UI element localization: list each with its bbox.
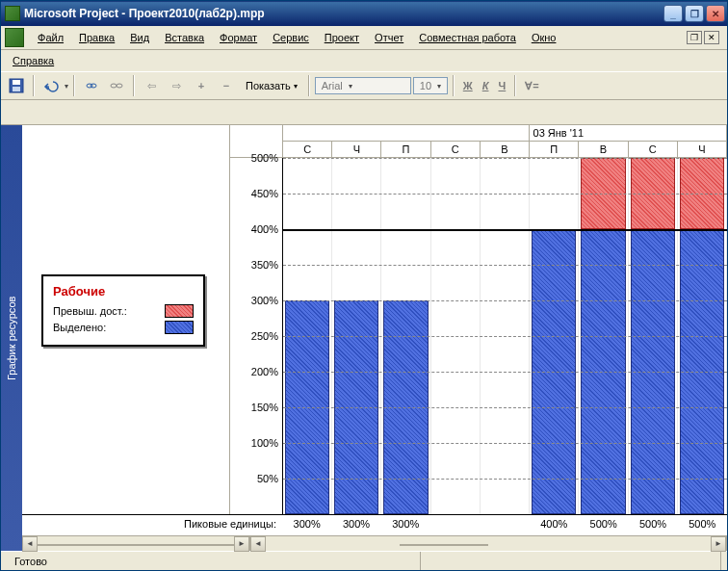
y-axis: 500%450%400%350%300%250%200%150%100%50%	[230, 158, 283, 514]
scroll-right-button-2[interactable]: ►	[711, 536, 726, 552]
menubar: Файл Правка Вид Вставка Формат Сервис Пр…	[1, 26, 727, 50]
y-tick: 450%	[251, 188, 278, 199]
menu-window[interactable]: Окно	[524, 29, 564, 46]
toolbar: ▾ ⇦ ⇨ + − Показать▾ Arial▾ 10▾ Ж К Ч ∀=	[1, 71, 727, 100]
statusbar: Готово	[1, 551, 727, 570]
y-tick: 250%	[251, 330, 278, 342]
y-tick: 100%	[251, 437, 278, 449]
y-tick: 400%	[251, 223, 278, 235]
day-header: С	[283, 142, 332, 157]
y-tick: 50%	[257, 473, 278, 484]
peak-units-row: Пиковые единицы: 300%300%300%400%500%500…	[22, 514, 727, 535]
nav-back-button[interactable]: ⇦	[140, 74, 163, 97]
svg-point-4	[91, 84, 96, 88]
legend-panel: Рабочие Превыш. дост.: Выделено:	[22, 125, 229, 514]
legend-title: Рабочие	[53, 284, 194, 298]
scroll-right-button[interactable]: ►	[234, 536, 249, 552]
day-header: П	[530, 142, 579, 157]
menu-project[interactable]: Проект	[317, 29, 367, 46]
svg-point-5	[111, 84, 117, 88]
y-tick: 350%	[251, 259, 278, 271]
day-header: Ч	[332, 142, 381, 157]
legend-allocated: Выделено:	[53, 321, 194, 334]
y-tick: 200%	[251, 366, 278, 377]
day-header: С	[431, 142, 481, 157]
svg-rect-1	[13, 80, 20, 85]
menu-format[interactable]: Формат	[212, 29, 265, 46]
peak-cell: 300%	[282, 515, 331, 535]
filter-button[interactable]: ∀=	[521, 78, 542, 94]
app-icon	[5, 6, 20, 21]
horizontal-scrollbars: ◄ ► ◄ ►	[22, 535, 727, 551]
legend-overalloc: Превыш. дост.:	[53, 304, 194, 318]
view-bar[interactable]: График ресурсов	[1, 125, 22, 551]
font-selector[interactable]: Arial▾	[315, 77, 411, 94]
mdi-close-button[interactable]: ✕	[704, 31, 719, 44]
peak-cell: 500%	[628, 515, 677, 535]
day-header: С	[629, 142, 678, 157]
zoom-in-button[interactable]: +	[190, 74, 213, 97]
italic-button[interactable]: К	[479, 78, 493, 93]
menu-report[interactable]: Отчет	[367, 29, 411, 46]
scroll-left-button[interactable]: ◄	[22, 536, 38, 552]
day-header: П	[381, 142, 430, 157]
y-tick: 500%	[251, 152, 278, 164]
peak-label: Пиковые единицы:	[22, 515, 282, 535]
peak-cell: 400%	[530, 515, 579, 535]
week-label: 03 Янв '11	[530, 125, 727, 141]
day-header: В	[481, 142, 530, 157]
menu-view[interactable]: Вид	[122, 29, 157, 46]
toolbar-spacer	[1, 100, 727, 125]
bold-button[interactable]: Ж	[459, 78, 477, 93]
link-button[interactable]	[80, 74, 103, 97]
menubar-row2: Справка	[1, 50, 727, 71]
y-tick: 150%	[251, 402, 278, 413]
scroll-left-button-2[interactable]: ◄	[250, 536, 266, 552]
menu-edit[interactable]: Правка	[71, 29, 122, 46]
show-dropdown[interactable]: Показать▾	[240, 77, 303, 94]
chart-panel: 03 Янв '11 СЧПСВПВСЧ 500%450%400%350%300…	[229, 125, 727, 514]
svg-rect-2	[13, 87, 20, 91]
legend-box: Рабочие Превыш. дост.: Выделено:	[41, 274, 205, 347]
svg-point-6	[117, 84, 122, 88]
zoom-out-button[interactable]: −	[215, 74, 238, 97]
underline-button[interactable]: Ч	[494, 78, 509, 93]
peak-cell: 500%	[579, 515, 628, 535]
font-size-selector[interactable]: 10▾	[413, 77, 448, 94]
peak-cell: 500%	[678, 515, 727, 535]
plot-area	[283, 158, 727, 514]
mdi-restore-button[interactable]: ❐	[687, 31, 702, 44]
resource-graph-view: Рабочие Превыш. дост.: Выделено:	[22, 125, 727, 551]
y-tick: 300%	[251, 295, 278, 306]
peak-cell: 300%	[331, 515, 380, 535]
workspace: График ресурсов Рабочие Превыш. дост.: В…	[1, 125, 727, 551]
peak-cell: 300%	[381, 515, 430, 535]
menu-help[interactable]: Справка	[5, 52, 62, 69]
peak-cell	[430, 515, 480, 535]
nav-fwd-button[interactable]: ⇨	[165, 74, 188, 97]
day-header: В	[579, 142, 628, 157]
unlink-button[interactable]	[105, 74, 128, 97]
status-text: Готово	[7, 552, 421, 570]
window-title: Microsoft Project - Проект2010(лаб2р).mp…	[24, 7, 663, 20]
minimize-button[interactable]: _	[663, 5, 683, 22]
swatch-blue-icon	[165, 321, 194, 334]
swatch-red-icon	[165, 304, 194, 318]
menu-file[interactable]: Файл	[30, 29, 71, 46]
timescale: 03 Янв '11 СЧПСВПВСЧ	[230, 125, 727, 158]
save-button[interactable]	[5, 74, 28, 97]
menu-insert[interactable]: Вставка	[157, 29, 212, 46]
menu-collab[interactable]: Совместная работа	[411, 29, 524, 46]
titlebar: Microsoft Project - Проект2010(лаб2р).mp…	[1, 1, 727, 26]
undo-dropdown[interactable]: ▾	[65, 82, 68, 91]
close-button[interactable]: ✕	[706, 5, 725, 22]
doc-icon[interactable]	[5, 28, 24, 47]
maximize-button[interactable]: ❐	[685, 5, 704, 22]
menu-tools[interactable]: Сервис	[265, 29, 317, 46]
day-header: Ч	[678, 142, 727, 157]
app-window: Microsoft Project - Проект2010(лаб2р).mp…	[0, 0, 728, 571]
peak-cell	[480, 515, 529, 535]
undo-button[interactable]	[39, 74, 63, 97]
